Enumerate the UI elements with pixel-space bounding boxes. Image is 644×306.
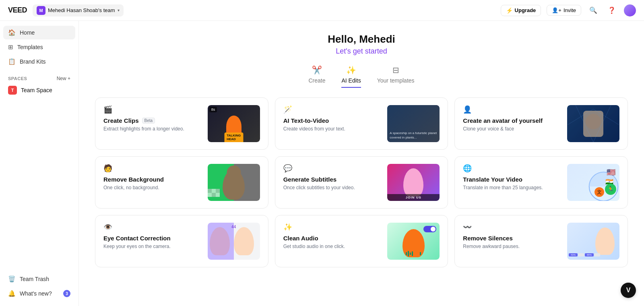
sidebar-item-whats-new[interactable]: 🔔 What's new? 3 — [3, 287, 75, 300]
spaces-header: SPACES New + — [3, 72, 75, 83]
sidebar-item-home[interactable]: 🏠 Home — [3, 26, 75, 39]
veed-logo: VEED — [8, 6, 27, 14]
sidebar-bottom: 🗑️ Team Trash 🔔 What's new? 3 — [3, 272, 75, 301]
svg-rect-4 — [208, 189, 212, 193]
svg-rect-6 — [216, 189, 220, 193]
layout: 🏠 Home ⊞ Templates 📋 Brand Kits SPACES N… — [0, 21, 644, 306]
sidebar-item-templates[interactable]: ⊞ Templates — [3, 40, 75, 54]
svg-rect-9 — [216, 193, 220, 197]
card-avatar-desc: Clone your voice & face — [463, 126, 567, 132]
chevron-down-icon: ▾ — [118, 8, 120, 12]
card-remove-background[interactable]: 🧑 Remove Background One click, no backgr… — [95, 156, 268, 209]
card-remove-bg-icon: 🧑 — [103, 164, 208, 173]
upgrade-button[interactable]: ⚡ Upgrade — [501, 5, 541, 16]
whats-new-badge: 3 — [63, 290, 70, 297]
card-clean-audio[interactable]: ✨ Clean Audio Get studio audio in one cl… — [275, 215, 448, 267]
cards-grid: 🎬 Create Clips Beta Extract highlights f… — [95, 97, 628, 267]
sidebar: 🏠 Home ⊞ Templates 📋 Brand Kits SPACES N… — [0, 21, 79, 306]
page-title: Hello, Mehedi — [95, 33, 628, 45]
card-remove-bg-desc: One click, no background. — [103, 184, 208, 191]
card-eye-title: Eye Contact Correction — [103, 235, 208, 242]
card-avatar-icon: 👤 — [463, 105, 567, 114]
card-eye-image: 44 — [208, 223, 260, 260]
tab-ai-edits[interactable]: ✨ AI Edits — [341, 65, 361, 88]
page-subtitle: Let's get started — [95, 47, 628, 56]
card-translate-title: Translate Your Video — [463, 176, 567, 183]
card-eye-contact[interactable]: 👁️ Eye Contact Correction Keep your eyes… — [95, 215, 268, 267]
beta-badge: Beta — [142, 118, 155, 124]
tab-your-templates[interactable]: ⊟ Your templates — [377, 65, 415, 88]
card-ai-text-image: A spaceship on a futuristic planet cover… — [387, 105, 440, 142]
tab-create[interactable]: ✂️ Create — [308, 65, 325, 88]
svg-line-3 — [593, 109, 619, 125]
person-plus-icon: 👤+ — [552, 7, 561, 13]
create-tab-icon: ✂️ — [312, 65, 322, 75]
card-silences-title: Remove Silences — [463, 235, 567, 242]
invite-button[interactable]: 👤+ Invite — [547, 5, 581, 16]
main-content: Hello, Mehedi Let's get started ✂️ Creat… — [79, 21, 644, 306]
card-translate-desc: Translate in more than 25 languages. — [463, 184, 567, 191]
templates-tab-icon: ⊟ — [392, 65, 399, 75]
topnav-right: ⚡ Upgrade 👤+ Invite 🔍 ❓ — [501, 4, 636, 17]
card-eye-icon: 👁️ — [103, 223, 208, 232]
search-button[interactable]: 🔍 — [587, 4, 600, 17]
card-create-avatar[interactable]: 👤 Create an avatar of yourself Clone you… — [454, 97, 628, 150]
svg-rect-7 — [208, 193, 212, 197]
card-avatar-image — [567, 105, 619, 142]
svg-rect-8 — [212, 193, 216, 197]
topnav: VEED M Mehedi Hasan Shoab's team ▾ ⚡ Upg… — [0, 0, 644, 21]
card-silences-image: 43% 88% — [567, 223, 619, 260]
card-translate-video[interactable]: 🌐 Translate Your Video Translate in more… — [454, 156, 628, 209]
brand-icon: 📋 — [8, 58, 16, 65]
card-clean-audio-desc: Get studio audio in one click. — [283, 243, 388, 250]
card-clean-audio-title: Clean Audio — [283, 235, 388, 242]
svg-rect-5 — [212, 189, 216, 193]
card-silences-desc: Remove awkward pauses. — [463, 243, 567, 250]
card-avatar-title: Create an avatar of yourself — [463, 117, 567, 124]
card-ai-text-to-video[interactable]: 🪄 AI Text-to-Video Create videos from yo… — [275, 97, 448, 150]
card-ai-text-title: AI Text-to-Video — [283, 117, 388, 124]
trash-icon: 🗑️ — [8, 275, 16, 283]
home-icon: 🏠 — [8, 29, 16, 36]
tabs: ✂️ Create ✨ AI Edits ⊟ Your templates — [95, 65, 628, 88]
card-remove-silences[interactable]: 〰️ Remove Silences Remove awkward pauses… — [454, 215, 628, 267]
team-selector[interactable]: M Mehedi Hasan Shoab's team ▾ — [33, 4, 124, 17]
card-clean-audio-icon: ✨ — [283, 223, 388, 232]
lightning-icon: ⚡ — [506, 7, 513, 14]
card-subtitles-image: JOIN US — [387, 164, 440, 201]
bell-icon: 🔔 — [8, 290, 16, 297]
card-create-clips[interactable]: 🎬 Create Clips Beta Extract highlights f… — [95, 97, 268, 150]
sidebar-item-team-trash[interactable]: 🗑️ Team Trash — [3, 272, 75, 286]
templates-icon: ⊞ — [8, 43, 13, 51]
page-header: Hello, Mehedi Let's get started — [95, 33, 628, 56]
card-create-clips-image: 8s TALKINGHEAD — [208, 105, 260, 142]
card-ai-text-icon: 🪄 — [283, 105, 388, 114]
card-translate-image: 🇺🇸 🇮🇳 🏃 文 — [567, 164, 619, 201]
card-subtitles-desc: Once click subtitles to your video. — [283, 184, 388, 191]
help-button[interactable]: ❓ — [605, 4, 618, 17]
team-name: Mehedi Hasan Shoab's team — [48, 7, 115, 13]
spaces-label: SPACES — [8, 76, 27, 81]
ai-edits-tab-icon: ✨ — [346, 65, 356, 75]
card-create-clips-title: Create Clips Beta — [103, 117, 208, 124]
card-translate-icon: 🌐 — [463, 164, 567, 173]
topnav-left: VEED M Mehedi Hasan Shoab's team ▾ — [8, 4, 124, 17]
card-silences-icon: 〰️ — [463, 223, 567, 232]
card-subtitles-title: Generate Subtitles — [283, 176, 388, 183]
sidebar-item-team-space[interactable]: T Team Space — [3, 83, 75, 97]
team-space-avatar: T — [8, 86, 17, 95]
veed-fab-button[interactable]: V — [621, 283, 636, 298]
card-remove-bg-image — [208, 164, 260, 201]
card-clean-audio-image — [387, 223, 440, 260]
team-avatar: M — [37, 6, 45, 15]
card-remove-bg-title: Remove Background — [103, 176, 208, 183]
user-avatar[interactable] — [624, 4, 636, 17]
card-generate-subtitles[interactable]: 💬 Generate Subtitles Once click subtitle… — [275, 156, 448, 209]
new-space-button[interactable]: New + — [57, 76, 70, 81]
card-ai-text-desc: Create videos from your text. — [283, 126, 388, 132]
card-eye-desc: Keep your eyes on the camera. — [103, 243, 208, 250]
card-create-clips-desc: Extract highlights from a longer video. — [103, 126, 208, 132]
card-subtitles-icon: 💬 — [283, 164, 388, 173]
card-create-clips-icon: 🎬 — [103, 105, 208, 114]
sidebar-item-brand-kits[interactable]: 📋 Brand Kits — [3, 55, 75, 68]
